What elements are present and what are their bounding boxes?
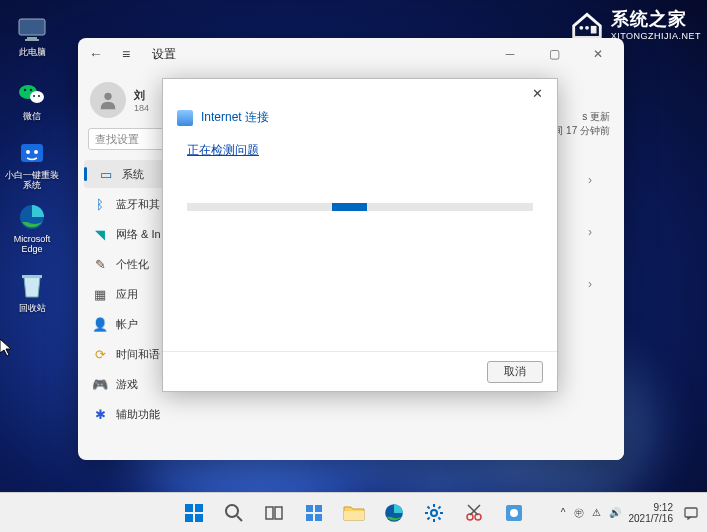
dialog-close-icon[interactable]: ✕ bbox=[525, 83, 549, 103]
minimize-button[interactable]: ─ bbox=[492, 40, 528, 68]
svg-rect-26 bbox=[306, 505, 313, 512]
nav-label: 帐户 bbox=[116, 317, 138, 332]
search-button[interactable] bbox=[217, 496, 251, 530]
close-button[interactable]: ✕ bbox=[580, 40, 616, 68]
svg-rect-0 bbox=[590, 26, 596, 34]
edge-button[interactable] bbox=[377, 496, 411, 530]
edge-icon bbox=[16, 201, 48, 233]
accessibility-icon: ✱ bbox=[92, 406, 108, 422]
svg-rect-3 bbox=[19, 19, 45, 35]
svg-point-10 bbox=[33, 95, 35, 97]
network-icon[interactable]: ⚠ bbox=[592, 507, 601, 518]
desktop-icons: 此电脑 微信 小白一键重装系统 Microsoft Edge 回收站 bbox=[4, 6, 64, 326]
progress-bar bbox=[187, 203, 533, 211]
desktop-icon-recycle[interactable]: 回收站 bbox=[4, 262, 60, 322]
nav-label: 时间和语 bbox=[116, 347, 160, 362]
tray-overflow-icon[interactable]: ^ bbox=[561, 507, 566, 518]
user-sub: 184 bbox=[134, 103, 149, 113]
wechat-icon bbox=[16, 78, 48, 110]
dialog-footer: 取消 bbox=[163, 351, 557, 391]
clock-icon: ⟳ bbox=[92, 346, 108, 362]
svg-rect-21 bbox=[195, 514, 203, 522]
svg-rect-16 bbox=[22, 275, 42, 278]
settings-row-chevron[interactable]: › bbox=[570, 218, 610, 246]
settings-row-chevron[interactable]: › bbox=[570, 166, 610, 194]
update-line1: s 更新 bbox=[553, 110, 610, 124]
svg-rect-24 bbox=[266, 507, 273, 519]
nav-label: 系统 bbox=[122, 167, 144, 182]
this-pc-icon bbox=[16, 14, 48, 46]
gamepad-icon: 🎮 bbox=[92, 376, 108, 392]
watermark-en: XITONGZHIJIA.NET bbox=[611, 31, 701, 41]
update-line2: 间 17 分钟前 bbox=[553, 124, 610, 138]
notifications-icon[interactable] bbox=[681, 503, 701, 523]
svg-rect-30 bbox=[344, 511, 364, 520]
taskview-button[interactable] bbox=[257, 496, 291, 530]
titlebar[interactable]: ← ≡ 设置 ─ ▢ ✕ bbox=[78, 38, 624, 70]
svg-point-1 bbox=[579, 26, 583, 30]
svg-line-23 bbox=[237, 516, 242, 521]
svg-point-32 bbox=[431, 510, 437, 516]
dialog-header[interactable]: ✕ bbox=[163, 79, 557, 107]
svg-rect-28 bbox=[306, 514, 313, 521]
start-button[interactable] bbox=[177, 496, 211, 530]
svg-rect-19 bbox=[195, 504, 203, 512]
svg-point-2 bbox=[585, 26, 589, 30]
maximize-button[interactable]: ▢ bbox=[536, 40, 572, 68]
desktop-icon-xiaobai[interactable]: 小白一键重装系统 bbox=[4, 134, 60, 194]
settings-row-chevron[interactable]: › bbox=[570, 270, 610, 298]
nav-accessibility[interactable]: ✱辅助功能 bbox=[84, 400, 202, 428]
volume-icon[interactable]: 🔊 bbox=[609, 507, 621, 518]
desktop-icon-wechat[interactable]: 微信 bbox=[4, 70, 60, 130]
explorer-button[interactable] bbox=[337, 496, 371, 530]
nav-label: 网络 & In bbox=[116, 227, 161, 242]
svg-rect-5 bbox=[25, 39, 39, 41]
settings-button[interactable] bbox=[417, 496, 451, 530]
svg-rect-39 bbox=[685, 508, 697, 517]
nav-label: 个性化 bbox=[116, 257, 149, 272]
desktop-icon-label: 小白一键重装系统 bbox=[4, 171, 60, 191]
user-name: 刘 bbox=[134, 88, 149, 103]
dialog-title-row: Internet 连接 bbox=[163, 107, 557, 134]
window-title: 设置 bbox=[152, 46, 176, 63]
system-icon: ▭ bbox=[98, 166, 114, 182]
taskbar-center bbox=[177, 496, 531, 530]
xiaobai-icon bbox=[16, 137, 48, 169]
svg-point-7 bbox=[30, 91, 44, 103]
clock[interactable]: 9:12 2021/7/16 bbox=[629, 502, 674, 524]
widgets-button[interactable] bbox=[297, 496, 331, 530]
svg-point-11 bbox=[38, 95, 40, 97]
cancel-button[interactable]: 取消 bbox=[487, 361, 543, 383]
watermark-cn: 系统之家 bbox=[611, 7, 701, 31]
desktop-icon-label: 回收站 bbox=[19, 304, 46, 314]
nav-label: 游戏 bbox=[116, 377, 138, 392]
desktop-icon-this-pc[interactable]: 此电脑 bbox=[4, 6, 60, 66]
dialog-status: 正在检测问题 bbox=[187, 142, 533, 159]
cursor-icon bbox=[0, 339, 12, 357]
user-icon: 👤 bbox=[92, 316, 108, 332]
svg-point-38 bbox=[510, 509, 518, 517]
troubleshooter-dialog: ✕ Internet 连接 正在检测问题 取消 bbox=[162, 78, 558, 392]
svg-point-22 bbox=[226, 505, 238, 517]
control-panel-button[interactable] bbox=[497, 496, 531, 530]
wifi-icon: ◥ bbox=[92, 226, 108, 242]
svg-rect-4 bbox=[27, 37, 37, 39]
system-tray: ^ ㊥ ⚠ 🔊 9:12 2021/7/16 bbox=[561, 502, 701, 524]
back-button[interactable]: ← bbox=[86, 44, 106, 64]
taskbar[interactable]: ^ ㊥ ⚠ 🔊 9:12 2021/7/16 bbox=[0, 492, 707, 532]
menu-button[interactable]: ≡ bbox=[116, 44, 136, 64]
snip-button[interactable] bbox=[457, 496, 491, 530]
desktop-icon-edge[interactable]: Microsoft Edge bbox=[4, 198, 60, 258]
troubleshoot-icon bbox=[177, 110, 193, 126]
clock-date: 2021/7/16 bbox=[629, 513, 674, 524]
desktop-icon-label: 此电脑 bbox=[19, 48, 46, 58]
ime-icon[interactable]: ㊥ bbox=[574, 506, 584, 520]
recycle-bin-icon bbox=[16, 270, 48, 302]
progress-chunk bbox=[332, 203, 367, 211]
svg-rect-20 bbox=[185, 514, 193, 522]
windows-update-status: s 更新 间 17 分钟前 bbox=[553, 110, 610, 138]
nav-label: 应用 bbox=[116, 287, 138, 302]
desktop-icon-label: Microsoft Edge bbox=[4, 235, 60, 255]
svg-point-8 bbox=[24, 89, 26, 91]
dialog-body: 正在检测问题 bbox=[163, 134, 557, 351]
